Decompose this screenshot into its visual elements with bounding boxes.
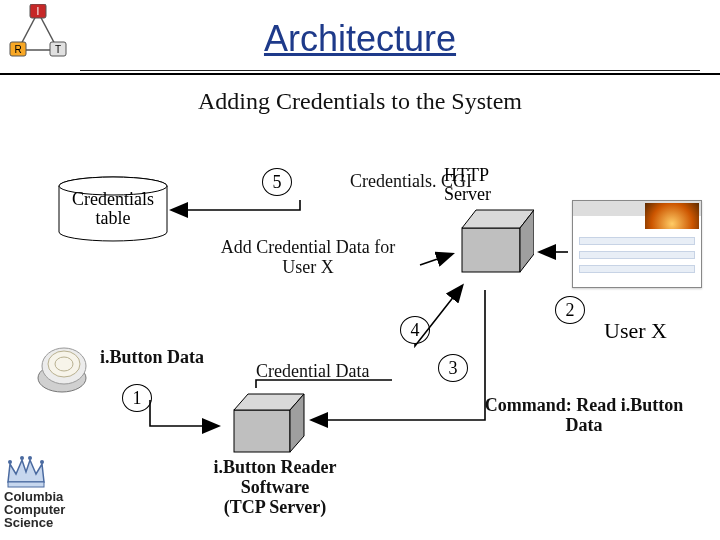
user-x-label: User X xyxy=(604,318,667,344)
svg-point-18 xyxy=(8,460,12,464)
step-4: 4 xyxy=(400,316,430,344)
credentials-table-db: Credentials table xyxy=(58,176,168,242)
add-credential-l1: Add Credential Data for xyxy=(221,237,395,257)
svg-point-19 xyxy=(20,456,24,460)
command-l2: Data xyxy=(566,415,603,435)
db-label-line1: Credentials xyxy=(72,189,154,209)
step-2: 2 xyxy=(555,296,585,324)
irt-i: I xyxy=(37,6,40,17)
command-label: Command: Read i.Button Data xyxy=(468,396,700,436)
reader-server xyxy=(222,388,308,460)
irt-t: T xyxy=(55,44,61,55)
svg-point-13 xyxy=(48,351,80,377)
page-subtitle: Adding Credentials to the System xyxy=(198,88,522,115)
http-server-label: HTTP Server xyxy=(444,166,538,204)
http-server: HTTP Server xyxy=(448,200,534,282)
divider xyxy=(0,73,720,75)
columbia-logo: Columbia Computer Science xyxy=(4,450,110,529)
reader-l2: Software xyxy=(241,477,310,497)
add-credential-l2: User X xyxy=(282,257,334,277)
command-l1: Command: Read i.Button xyxy=(485,395,684,415)
db-label: Credentials table xyxy=(66,190,160,228)
step-3: 3 xyxy=(438,354,468,382)
step-5: 5 xyxy=(262,168,292,196)
svg-rect-15 xyxy=(234,410,290,452)
page-title: Architecture xyxy=(264,18,456,60)
reader-l1: i.Button Reader xyxy=(214,457,337,477)
ibutton-data-label: i.Button Data xyxy=(100,348,204,368)
step-1: 1 xyxy=(122,384,152,412)
browser-screenshot xyxy=(572,200,702,288)
svg-point-21 xyxy=(40,460,44,464)
reader-software-label: i.Button Reader Software (TCP Server) xyxy=(188,458,362,517)
columbia-l3: Science xyxy=(4,516,110,529)
sunset-thumb xyxy=(645,203,699,229)
irt-r: R xyxy=(14,44,21,55)
ibutton-icon xyxy=(34,342,94,396)
svg-point-20 xyxy=(28,456,32,460)
add-credential-label: Add Credential Data for User X xyxy=(198,238,418,278)
svg-rect-8 xyxy=(462,228,520,272)
svg-rect-22 xyxy=(8,482,44,487)
reader-l3: (TCP Server) xyxy=(224,497,326,517)
irt-logo: I R T xyxy=(8,4,68,62)
title-underline xyxy=(80,70,700,71)
crown-icon xyxy=(4,450,48,490)
db-label-line2: table xyxy=(96,208,131,228)
credential-data-label: Credential Data xyxy=(256,362,369,382)
